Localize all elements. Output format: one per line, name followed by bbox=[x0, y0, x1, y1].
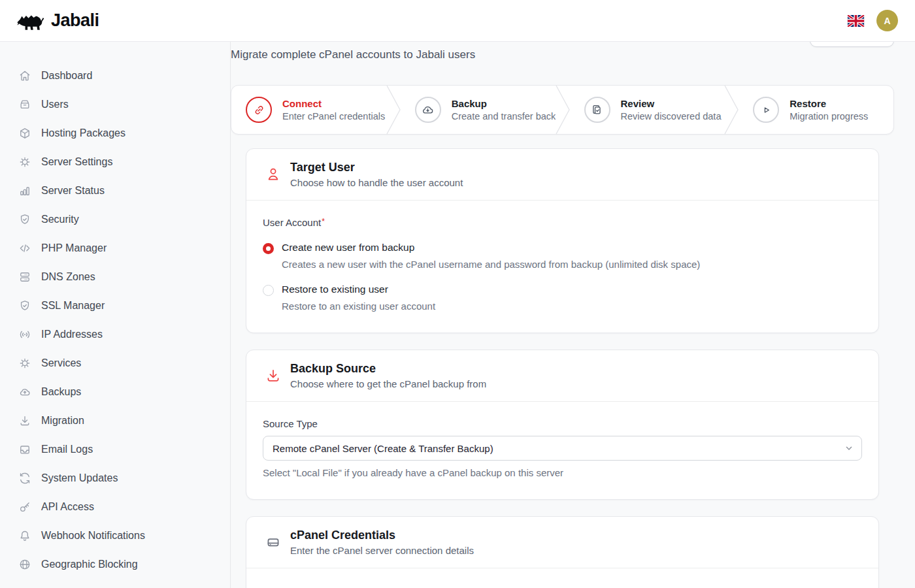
step-connect[interactable]: Connect Enter cPanel credentials bbox=[231, 86, 386, 134]
step-review[interactable]: Review Review discovered data bbox=[570, 86, 725, 134]
radio-button[interactable] bbox=[263, 243, 274, 254]
clipboard-check-icon bbox=[584, 97, 610, 123]
sidebar-item-dashboard[interactable]: Dashboard bbox=[0, 61, 230, 90]
sidebar-item-services[interactable]: Services bbox=[0, 349, 230, 378]
sidebar-item-webhook-notifications[interactable]: Webhook Notifications bbox=[0, 521, 230, 550]
card-title: Target User bbox=[290, 161, 463, 174]
boar-icon bbox=[14, 10, 44, 31]
inbox-icon bbox=[18, 443, 31, 456]
sidebar-item-php-manager[interactable]: PHP Manager bbox=[0, 234, 230, 263]
step-restore[interactable]: Restore Migration progress bbox=[739, 86, 893, 134]
sidebar: Dashboard Users Hosting Packages Server … bbox=[0, 42, 231, 588]
server-stack-icon bbox=[18, 270, 31, 284]
radio-option-restore-to-existing-user[interactable]: Restore to existing user Restore to an e… bbox=[263, 284, 862, 312]
cpanel-credentials-card: cPanel Credentials Enter the cPanel serv… bbox=[246, 516, 879, 588]
required-marker: * bbox=[322, 217, 325, 226]
sidebar-item-email-logs[interactable]: Email Logs bbox=[0, 435, 230, 464]
refresh-icon bbox=[18, 472, 31, 485]
uk-flag-icon[interactable] bbox=[847, 15, 865, 27]
gear-icon bbox=[18, 357, 31, 370]
sidebar-item-ssl-manager[interactable]: SSL Manager bbox=[0, 291, 230, 320]
card-title: cPanel Credentials bbox=[290, 529, 474, 542]
step-backup[interactable]: Backup Create and transfer backup bbox=[401, 86, 556, 134]
play-icon bbox=[753, 97, 779, 123]
page-subtitle: Migrate complete cPanel accounts to Jaba… bbox=[231, 48, 475, 61]
shield-check-icon bbox=[18, 299, 31, 312]
link-icon bbox=[246, 97, 272, 123]
step-separator-chevron bbox=[556, 86, 570, 134]
hard-drive-icon bbox=[265, 534, 282, 551]
target-user-card: Target User Choose how to handle the use… bbox=[246, 148, 879, 333]
download-icon bbox=[18, 414, 31, 427]
gear-icon bbox=[18, 155, 31, 169]
main-content: cPanel Migration Migrate complete cPanel… bbox=[231, 0, 915, 588]
package-icon bbox=[18, 127, 31, 140]
card-title: Backup Source bbox=[290, 362, 486, 376]
step-separator-chevron bbox=[724, 86, 739, 134]
bell-icon bbox=[18, 529, 31, 542]
user-account-radio-group: Create new user from backup Creates a ne… bbox=[263, 242, 862, 312]
brand-name: Jabali bbox=[51, 10, 99, 31]
key-icon bbox=[18, 500, 31, 514]
sidebar-item-backups[interactable]: Backups bbox=[0, 378, 230, 406]
card-subtitle: Choose how to handle the user account bbox=[290, 177, 463, 188]
avatar[interactable]: A bbox=[876, 10, 898, 31]
migration-stepper: Connect Enter cPanel credentials Backup … bbox=[231, 85, 894, 135]
brand-logo-link[interactable]: Jabali bbox=[14, 10, 99, 31]
sidebar-item-ip-addresses[interactable]: IP Addresses bbox=[0, 320, 230, 349]
source-type-helper: Select "Local File" if you already have … bbox=[263, 467, 862, 478]
download-tray-icon bbox=[265, 367, 282, 384]
home-icon bbox=[18, 69, 31, 82]
source-type-selected-value: Remote cPanel Server (Create & Transfer … bbox=[273, 443, 493, 454]
sidebar-item-dns-zones[interactable]: DNS Zones bbox=[0, 263, 230, 291]
step-separator-chevron bbox=[386, 86, 401, 134]
broadcast-icon bbox=[18, 328, 31, 341]
chevron-down-icon bbox=[844, 443, 854, 453]
globe-icon bbox=[18, 558, 31, 571]
bar-chart-icon bbox=[18, 184, 31, 197]
card-subtitle: Choose where to get the cPanel backup fr… bbox=[290, 378, 486, 389]
cloud-download-icon bbox=[415, 97, 441, 123]
sidebar-item-security[interactable]: Security bbox=[0, 205, 230, 234]
sidebar-item-server-settings[interactable]: Server Settings bbox=[0, 148, 230, 176]
shield-check-icon bbox=[18, 213, 31, 226]
source-type-label: Source Type bbox=[263, 418, 862, 429]
source-type-select[interactable]: Remote cPanel Server (Create & Transfer … bbox=[263, 436, 862, 461]
sidebar-item-geographic-blocking[interactable]: Geographic Blocking bbox=[0, 550, 230, 579]
card-subtitle: Enter the cPanel server connection detai… bbox=[290, 545, 474, 556]
code-icon bbox=[18, 242, 31, 255]
user-account-label: User Account* bbox=[263, 217, 862, 228]
users-icon bbox=[18, 98, 31, 111]
sidebar-item-api-access[interactable]: API Access bbox=[0, 493, 230, 521]
sidebar-item-server-status[interactable]: Server Status bbox=[0, 176, 230, 205]
sidebar-item-hosting-packages[interactable]: Hosting Packages bbox=[0, 119, 230, 148]
radio-button[interactable] bbox=[263, 285, 274, 296]
backup-source-card: Backup Source Choose where to get the cP… bbox=[246, 350, 879, 500]
radio-option-create-new-user-from-backup[interactable]: Create new user from backup Creates a ne… bbox=[263, 242, 862, 270]
sidebar-item-users[interactable]: Users bbox=[0, 90, 230, 119]
person-icon bbox=[265, 166, 282, 183]
app-header: Jabali A bbox=[0, 0, 915, 42]
sidebar-item-migration[interactable]: Migration bbox=[0, 406, 230, 435]
cloud-upload-icon bbox=[18, 385, 31, 399]
sidebar-item-system-updates[interactable]: System Updates bbox=[0, 464, 230, 493]
